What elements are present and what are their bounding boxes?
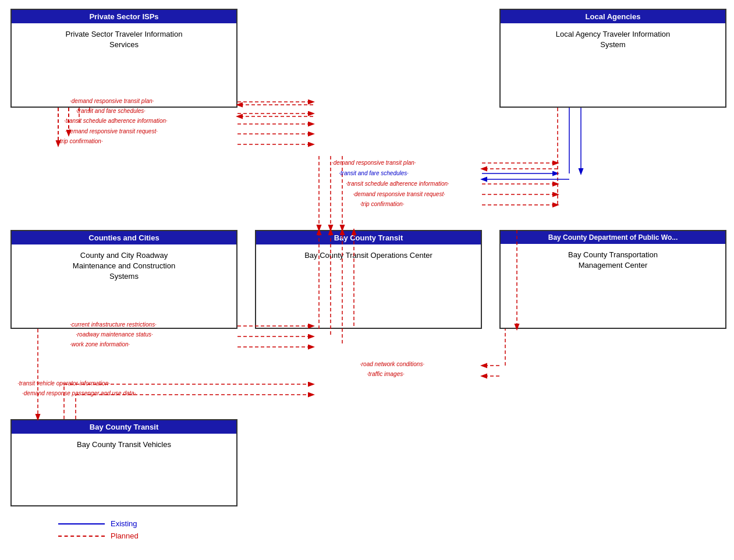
- flow-label-6: ·demand responsive transit plan·: [332, 160, 416, 166]
- flow-label-14: ·road network conditions·: [360, 361, 424, 367]
- flow-label-11: ·current infrastructure restrictions·: [70, 321, 157, 328]
- legend-planned: Planned: [58, 531, 139, 540]
- node-bay-dept: Bay County Department of Public Wo... Ba…: [499, 230, 726, 329]
- flow-label-1: ·demand responsive transit plan·: [70, 98, 154, 104]
- node-counties-body: County and City RoadwayMaintenance and C…: [12, 244, 236, 288]
- legend-planned-label: Planned: [111, 531, 139, 540]
- node-local-agencies-body: Local Agency Traveler InformationSystem: [501, 23, 725, 56]
- flow-label-3: ·transit schedule adherence information·: [64, 118, 168, 124]
- node-bay-vehicles: Bay County Transit Bay County Transit Ve…: [10, 419, 237, 506]
- flow-label-16: ·transit vehicle operator information·: [17, 380, 110, 387]
- flow-label-8: ·transit schedule adherence information·: [346, 180, 449, 187]
- flow-label-13: ·work zone information·: [70, 341, 130, 348]
- legend-planned-line: [58, 536, 105, 537]
- legend: Existing Planned: [58, 519, 139, 544]
- node-private-sector: Private Sector ISPs Private Sector Trave…: [10, 9, 237, 108]
- node-counties-header: Counties and Cities: [12, 231, 236, 244]
- legend-existing-label: Existing: [111, 519, 137, 528]
- node-local-agencies-header: Local Agencies: [501, 10, 725, 23]
- flow-label-9: ·demand responsive transit request·: [353, 191, 445, 197]
- legend-existing: Existing: [58, 519, 139, 528]
- flow-label-4: ·demand responsive transit request·: [65, 128, 158, 134]
- flow-label-15: ·traffic images·: [367, 371, 405, 377]
- node-local-agencies: Local Agencies Local Agency Traveler Inf…: [499, 9, 726, 108]
- node-private-sector-body: Private Sector Traveler InformationServi…: [12, 23, 236, 56]
- node-bay-dept-header: Bay County Department of Public Wo...: [501, 231, 725, 244]
- flow-label-12: ·roadway maintenance status·: [76, 331, 153, 338]
- node-bay-transit-ops-header: Bay County Transit: [256, 231, 481, 244]
- node-bay-transit-ops: Bay County Transit Bay County Transit Op…: [255, 230, 482, 329]
- flow-label-2: ·transit and fare schedules·: [76, 108, 146, 114]
- diagram-container: Private Sector ISPs Private Sector Trave…: [0, 0, 734, 560]
- flow-label-5: ·trip confirmation·: [58, 138, 103, 144]
- flow-label-17: ·demand response passenger and use data·: [22, 390, 136, 396]
- legend-existing-line: [58, 523, 105, 524]
- node-bay-vehicles-body: Bay County Transit Vehicles: [12, 434, 236, 456]
- flow-label-7: ·transit and fare schedules·: [339, 170, 409, 176]
- node-bay-vehicles-header: Bay County Transit: [12, 420, 236, 434]
- flow-label-10: ·trip confirmation·: [360, 201, 405, 207]
- node-counties: Counties and Cities County and City Road…: [10, 230, 237, 329]
- node-bay-dept-body: Bay County TransportationManagement Cent…: [501, 244, 725, 277]
- node-private-sector-header: Private Sector ISPs: [12, 10, 236, 23]
- node-bay-transit-ops-body: Bay County Transit Operations Center: [256, 244, 481, 267]
